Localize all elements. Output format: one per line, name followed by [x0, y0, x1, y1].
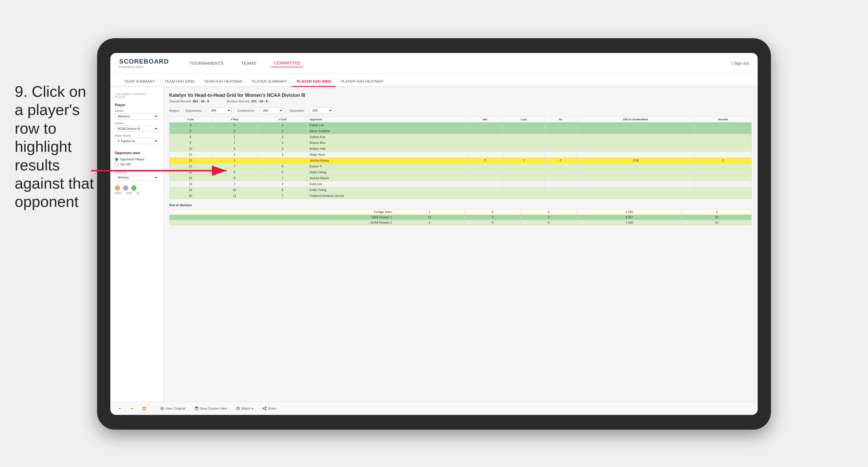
data-cell: 0: [467, 158, 503, 164]
nav-committee[interactable]: COMMITTEE: [271, 59, 303, 67]
table-row[interactable]: 522Alexis Sudjanto: [169, 128, 752, 134]
save-icon: [194, 406, 198, 410]
table-row[interactable]: 331Esther Lee: [169, 122, 752, 128]
nav-tournaments[interactable]: TOURNAMENTS: [187, 59, 226, 67]
opponent-name-cell: Stella Cheng: [308, 169, 467, 176]
radio-top100[interactable]: Top 100: [115, 162, 159, 166]
data-cell: [576, 122, 695, 128]
sidebar-gender-select[interactable]: Women's: [115, 113, 159, 120]
table-row[interactable]: 613Sydney Kuo: [169, 134, 752, 140]
out-table-row[interactable]: Foreign Team1004.5002: [169, 210, 752, 215]
data-cell: 4: [257, 140, 308, 146]
dot-level: [123, 185, 128, 191]
out-cell: 0: [465, 220, 521, 225]
data-cell: 7: [257, 193, 308, 199]
data-cell: 9: [212, 176, 257, 181]
colour-dots: [115, 185, 159, 191]
data-cell: [695, 140, 751, 146]
data-cell: [467, 164, 503, 169]
table-row[interactable]: 1311Heejo Hyun: [169, 152, 752, 158]
data-cell: [695, 169, 751, 176]
table-row[interactable]: 1474Eunice Yi: [169, 164, 752, 169]
region-filter-select[interactable]: (All): [208, 107, 231, 114]
tab-team-h2h-grid[interactable]: TEAM H2H GRID: [160, 77, 199, 87]
logo: SCOREBOARD Powered by clippd: [119, 58, 169, 68]
data-cell: [503, 122, 545, 128]
top-nav: SCOREBOARD Powered by clippd TOURNAMENTS…: [110, 53, 758, 73]
data-cell: 3: [257, 134, 308, 140]
overall-record-value: 353 - 34 - 6: [192, 99, 209, 103]
grid-table: # Div # Reg # Conf Opponent Win Loss Tie…: [169, 117, 752, 199]
out-table-row[interactable]: NCAA Division 25007.40010: [169, 220, 752, 225]
data-cell: 2: [257, 128, 308, 134]
data-cell: [576, 169, 695, 176]
data-cell: [576, 181, 695, 187]
data-cell: 10: [212, 187, 257, 193]
conference-filter-select[interactable]: (All): [260, 107, 284, 114]
out-table-row[interactable]: NAIA Division 115009.26730: [169, 215, 752, 220]
forward-btn[interactable]: ⏩: [140, 405, 149, 412]
radio-opponents-played[interactable]: Opponents Played: [115, 157, 159, 161]
opponent-view-section: Opponent view Opponents Played Top 100: [115, 151, 159, 166]
nav-teams[interactable]: TEAMS: [238, 59, 259, 67]
data-cell: [467, 181, 503, 187]
data-cell: 20: [169, 193, 212, 199]
undo-btn[interactable]: ↩: [116, 405, 124, 412]
tab-player-h2h-heatmap[interactable]: PLAYER H2H HEATMAP: [336, 77, 388, 87]
data-cell: [545, 152, 576, 158]
data-cell: 3: [212, 122, 257, 128]
out-cell: 7.400: [577, 220, 682, 225]
table-row[interactable]: 20117Federica Domecq Lacroze: [169, 193, 752, 199]
table-row[interactable]: 1063Andrea York: [169, 146, 752, 152]
data-cell: [576, 164, 695, 169]
sidebar-player-select[interactable]: 8. Katelyn Vo: [115, 138, 159, 144]
table-row[interactable]: 19106Emily Chang: [169, 187, 752, 193]
data-cell: 18: [169, 181, 212, 187]
data-cell: [545, 181, 576, 187]
data-cell: [503, 176, 545, 181]
data-cell: [503, 152, 545, 158]
filters-row: Region Opponents: (All) Conference (All)…: [169, 107, 752, 114]
share-btn[interactable]: Share: [260, 405, 279, 412]
save-custom-btn[interactable]: Save Custom View: [192, 405, 229, 412]
opponent-filter-select[interactable]: (All): [310, 107, 333, 114]
data-cell: [545, 128, 576, 134]
svg-line-9: [264, 409, 265, 409]
tab-player-summary[interactable]: PLAYER SUMMARY: [247, 77, 292, 87]
data-cell: [695, 164, 751, 169]
tab-player-h2h-grid[interactable]: PLAYER H2H GRID: [292, 77, 336, 87]
out-cell: 5: [394, 220, 464, 225]
table-row[interactable]: 1585Stella Cheng: [169, 169, 752, 176]
data-cell: 1: [503, 158, 545, 164]
data-cell: [695, 187, 751, 193]
region-label: Region: [169, 109, 180, 113]
data-cell: 5: [257, 169, 308, 176]
watch-btn[interactable]: Watch ▾: [234, 405, 256, 412]
data-cell: [576, 152, 695, 158]
tab-team-h2h-heatmap[interactable]: TEAM H2H HEATMAP: [199, 77, 247, 87]
data-cell: 1: [257, 152, 308, 158]
data-cell: [695, 181, 751, 187]
tab-team-summary[interactable]: TEAM SUMMARY: [119, 77, 160, 87]
data-cell: 2: [695, 158, 751, 164]
view-original-btn[interactable]: View: Original: [158, 405, 188, 412]
table-row[interactable]: 1691Jessica Mason: [169, 176, 752, 181]
svg-point-7: [265, 409, 266, 410]
table-row[interactable]: 1822Euna Lee: [169, 181, 752, 187]
redo-btn[interactable]: ↪: [128, 405, 135, 412]
data-cell: -3.00: [576, 158, 695, 164]
opponent-name-cell: Heejo Hyun: [308, 152, 467, 158]
data-cell: 1: [257, 176, 308, 181]
sidebar-gender-label: Gender: [115, 110, 159, 113]
sidebar-division-select[interactable]: NCAA Division III: [115, 126, 159, 132]
colour-select[interactable]: Win/loss: [115, 175, 159, 181]
out-cell: NAIA Division 1: [169, 215, 395, 220]
table-row[interactable]: 131Jessica Huang010-3.002: [169, 158, 752, 164]
opponent-view-title: Opponent view: [115, 151, 159, 155]
out-cell: Foreign Team: [169, 210, 395, 215]
division-record-value: 331 - 34 - 6: [251, 99, 268, 103]
table-row[interactable]: 914Sharon Mun: [169, 140, 752, 146]
data-cell: 2: [212, 181, 257, 187]
sign-out[interactable]: | Sign out: [732, 61, 749, 66]
data-cell: [695, 146, 751, 152]
